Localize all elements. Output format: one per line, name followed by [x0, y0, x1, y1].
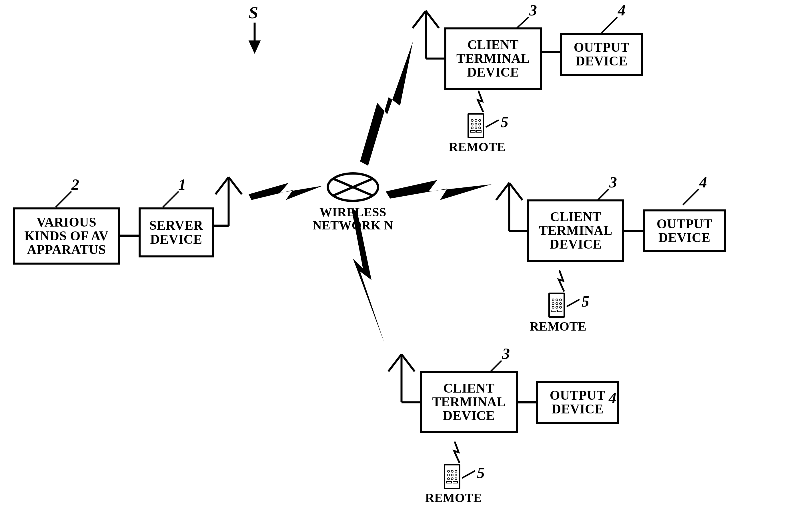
remote-icon-bot	[444, 464, 460, 489]
svg-line-12	[229, 177, 242, 194]
wireless-network-text: WIRELESS NETWORK N	[312, 205, 393, 232]
svg-line-15	[413, 11, 426, 28]
client-terminal-box-bot: CLIENT TERMINAL DEVICE	[420, 371, 518, 433]
remote-label-mid: REMOTE	[530, 320, 587, 333]
remote-icon-mid	[548, 292, 565, 318]
svg-line-33	[486, 120, 499, 127]
av-apparatus-ref: 2	[72, 176, 79, 193]
svg-line-36	[567, 300, 579, 307]
output-device-label-top: OUTPUT DEVICE	[574, 41, 630, 68]
remote-label-top: REMOTE	[449, 140, 506, 154]
output-ref-top: 4	[618, 1, 626, 19]
remote-icon-top	[468, 113, 484, 138]
output-device-box-mid: OUTPUT DEVICE	[643, 209, 726, 252]
av-apparatus-box: VARIOUS KINDS OF AV APPARATUS	[13, 207, 120, 265]
svg-line-32	[602, 17, 617, 33]
svg-line-11	[215, 177, 229, 194]
svg-line-24	[401, 354, 415, 372]
diagram-stage: S WIRELESS NETWORK N VARIOUS KINDS OF AV…	[0, 0, 799, 532]
server-device-box: SERVER DEVICE	[139, 207, 214, 258]
connectors-svg	[0, 0, 799, 532]
svg-line-4	[333, 178, 373, 196]
svg-line-23	[388, 354, 401, 372]
svg-marker-1	[250, 41, 259, 52]
output-device-label-mid: OUTPUT DEVICE	[657, 217, 712, 245]
svg-marker-27	[386, 180, 492, 200]
svg-point-2	[328, 173, 378, 201]
client-ref-top: 3	[529, 1, 537, 19]
svg-marker-26	[249, 183, 323, 200]
svg-line-19	[496, 183, 509, 200]
client-terminal-label-mid: CLIENT TERMINAL DEVICE	[539, 210, 612, 251]
svg-marker-25	[360, 41, 413, 166]
svg-line-20	[509, 183, 522, 200]
server-device-label: SERVER DEVICE	[150, 218, 203, 246]
client-terminal-label-bot: CLIENT TERMINAL DEVICE	[432, 381, 506, 423]
remote-ref-bot: 5	[477, 464, 484, 482]
svg-line-30	[163, 191, 178, 207]
system-ref-label: S	[249, 3, 258, 23]
client-terminal-label-top: CLIENT TERMINAL DEVICE	[456, 38, 530, 79]
output-device-box-bot: OUTPUT DEVICE	[536, 381, 619, 424]
svg-line-29	[56, 191, 72, 207]
output-ref-mid: 4	[699, 173, 707, 191]
remote-ref-top: 5	[501, 113, 508, 131]
server-device-ref: 1	[178, 176, 186, 193]
svg-line-3	[333, 178, 373, 196]
av-apparatus-label: VARIOUS KINDS OF AV APPARATUS	[24, 215, 108, 257]
wireless-network-label: WIRELESS NETWORK N	[306, 206, 400, 232]
remote-label-bot: REMOTE	[425, 491, 482, 505]
svg-line-39	[462, 471, 475, 478]
remote-ref-mid: 5	[582, 292, 589, 310]
output-device-box-top: OUTPUT DEVICE	[560, 33, 643, 76]
svg-line-16	[426, 11, 439, 28]
client-terminal-box-mid: CLIENT TERMINAL DEVICE	[527, 200, 624, 262]
client-ref-mid: 3	[609, 173, 617, 191]
output-device-label-bot: OUTPUT DEVICE	[550, 388, 606, 416]
svg-line-35	[683, 189, 699, 205]
client-ref-bot: 3	[502, 345, 510, 363]
client-terminal-box-top: CLIENT TERMINAL DEVICE	[444, 27, 542, 90]
output-ref-bot: 4	[609, 389, 616, 407]
